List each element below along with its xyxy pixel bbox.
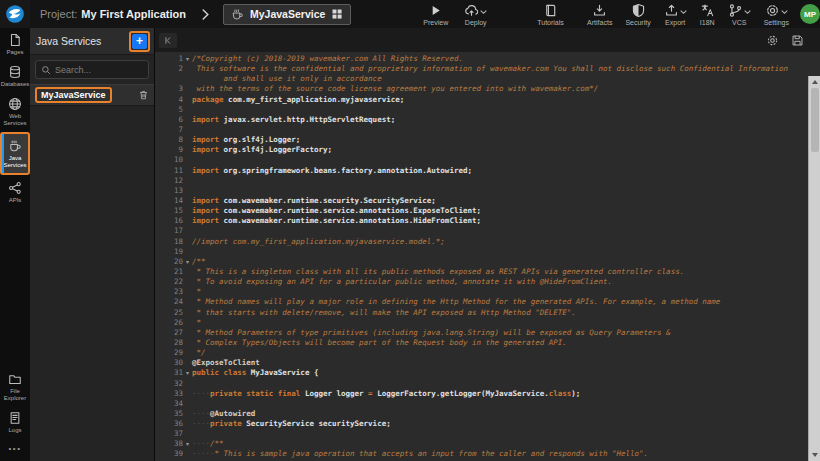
scroll-thumb[interactable] bbox=[811, 88, 819, 152]
sidebar-item-web-services[interactable]: Web Services bbox=[0, 92, 30, 131]
caret-down-icon bbox=[744, 10, 751, 15]
code-editor: 1▾/*Copyright (c) 2018-2019 wavemaker.co… bbox=[155, 28, 820, 461]
sidebar-item-file-explorer[interactable]: File Explorer bbox=[0, 367, 30, 406]
code-line[interactable]: 39·····* This is sample java operation t… bbox=[159, 449, 804, 459]
code-line[interactable]: 33····private static final Logger logger… bbox=[159, 389, 804, 399]
coffee-icon bbox=[8, 139, 22, 153]
sidebar-item-java-services[interactable]: Java Services bbox=[0, 132, 30, 175]
code-line[interactable]: 28 * Complex Types/Objects will become p… bbox=[159, 338, 804, 348]
action-export[interactable]: Export bbox=[664, 3, 687, 26]
caret-down-icon bbox=[480, 10, 487, 15]
code-line[interactable]: 36····private SecurityService securitySe… bbox=[159, 419, 804, 429]
code-text: */ bbox=[192, 348, 206, 358]
action-preview[interactable]: Preview bbox=[423, 3, 448, 26]
code-line[interactable]: 15import com.wavemaker.runtime.service.a… bbox=[159, 206, 804, 216]
fold-spacer bbox=[183, 176, 192, 186]
java-services-panel: Java Services + MyJavaService bbox=[30, 28, 155, 461]
fold-marker-icon[interactable]: ▾ bbox=[183, 257, 192, 267]
scroll-down-arrow[interactable] bbox=[812, 453, 818, 457]
code-line[interactable]: 14import com.wavemaker.runtime.security.… bbox=[159, 196, 804, 206]
service-search-box bbox=[35, 60, 149, 79]
code-line[interactable]: 11import org.springframework.beans.facto… bbox=[159, 166, 804, 176]
code-text: ·····* This is sample java operation tha… bbox=[192, 449, 648, 459]
code-line[interactable]: and shall use it only in accordance bbox=[159, 74, 804, 84]
code-line[interactable]: 20▾/** bbox=[159, 257, 804, 267]
code-line[interactable]: 35····@Autowired bbox=[159, 409, 804, 419]
code-line[interactable]: 13 bbox=[159, 186, 804, 196]
action-settings[interactable]: Settings bbox=[764, 3, 789, 26]
code-line[interactable]: 2 This software is the confidential and … bbox=[159, 64, 804, 74]
action-vcs[interactable]: VCS bbox=[728, 3, 751, 26]
code-line[interactable]: 3 with the terms of the source code lice… bbox=[159, 84, 804, 94]
code-line[interactable]: 21 * This is a singleton class with all … bbox=[159, 267, 804, 277]
code-token: import bbox=[192, 206, 219, 215]
code-line[interactable]: 17 bbox=[159, 226, 804, 236]
code-line[interactable]: 32 bbox=[159, 379, 804, 389]
code-line[interactable]: 19 bbox=[159, 247, 804, 257]
collapse-panel-button[interactable] bbox=[159, 33, 177, 48]
code-line[interactable]: 4package com.my_first_application.myjava… bbox=[159, 95, 804, 105]
sidebar-item-apis[interactable]: APIs bbox=[0, 176, 30, 208]
code-line[interactable]: 18//import com.my_first_application.myja… bbox=[159, 237, 804, 247]
line-number: 1 bbox=[159, 54, 183, 64]
sidebar-item-pages[interactable]: Pages bbox=[0, 28, 30, 60]
user-avatar[interactable]: MP bbox=[800, 4, 820, 24]
save-icon[interactable] bbox=[791, 34, 804, 47]
fold-marker-icon[interactable]: ▾ bbox=[183, 368, 192, 378]
code-line[interactable]: 29 */ bbox=[159, 348, 804, 358]
code-line[interactable]: 8import org.slf4j.Logger; bbox=[159, 135, 804, 145]
tab-myjavaservice[interactable]: MyJavaService bbox=[223, 4, 351, 25]
action-security[interactable]: Security bbox=[625, 3, 650, 26]
code-line[interactable]: 22 * To avoid exposing an API for a part… bbox=[159, 277, 804, 287]
cloud-upload-icon bbox=[464, 3, 479, 18]
code-line[interactable]: 7 bbox=[159, 125, 804, 135]
code-line[interactable]: 25 * that starts with delete/remove, wil… bbox=[159, 308, 804, 318]
code-line[interactable]: 9import org.slf4j.LoggerFactory; bbox=[159, 145, 804, 155]
code-line[interactable]: 6import javax.servlet.http.HttpServletRe… bbox=[159, 115, 804, 125]
service-name[interactable]: MyJavaService bbox=[35, 87, 112, 103]
code-line[interactable]: 27 * Method Parameters of type primitive… bbox=[159, 328, 804, 338]
action-artifacts[interactable]: Artifacts bbox=[587, 3, 612, 26]
fold-marker-icon[interactable]: ▾ bbox=[183, 439, 192, 449]
line-number: 7 bbox=[159, 125, 183, 135]
code-line[interactable]: 12 bbox=[159, 176, 804, 186]
sidebar-item-logs[interactable]: Logs bbox=[0, 406, 30, 438]
code-token: * bbox=[192, 287, 201, 296]
fold-spacer bbox=[183, 166, 192, 176]
code-token: ···· bbox=[192, 389, 210, 398]
code-line[interactable]: 34 bbox=[159, 399, 804, 409]
code-line[interactable]: 24 * Method names will play a major role… bbox=[159, 297, 804, 307]
service-list-item[interactable]: MyJavaService bbox=[30, 84, 154, 106]
fold-spacer bbox=[183, 105, 192, 115]
chevron-right-icon[interactable] bbox=[200, 8, 211, 21]
action-deploy[interactable]: Deploy bbox=[464, 3, 487, 26]
fold-spacer bbox=[183, 247, 192, 257]
sidebar-more-button[interactable]: ••• bbox=[0, 438, 30, 461]
code-line[interactable]: 26 * bbox=[159, 318, 804, 328]
code-token: * This is sample java operation that acc… bbox=[215, 449, 648, 458]
code-line[interactable]: 10 bbox=[159, 155, 804, 165]
action-tutorials[interactable]: Tutorials bbox=[537, 3, 564, 26]
code-line[interactable]: 23 * bbox=[159, 287, 804, 297]
vertical-scrollbar[interactable] bbox=[808, 76, 820, 461]
wavemaker-logo[interactable] bbox=[0, 0, 30, 28]
code-line[interactable]: 1▾/*Copyright (c) 2018-2019 wavemaker.co… bbox=[159, 54, 804, 64]
code-line[interactable]: 31▾public class MyJavaService { bbox=[159, 368, 804, 378]
fold-marker-icon[interactable]: ▾ bbox=[183, 54, 192, 64]
search-input[interactable] bbox=[55, 65, 139, 75]
editor-settings-gear-icon[interactable] bbox=[766, 34, 779, 47]
add-service-button[interactable]: + bbox=[132, 34, 147, 49]
action-i18n[interactable]: I18N bbox=[700, 3, 715, 26]
code-line[interactable]: 37 bbox=[159, 429, 804, 439]
trash-icon[interactable] bbox=[138, 89, 149, 101]
sidebar-item-databases[interactable]: Databases bbox=[0, 60, 30, 92]
grid-icon[interactable] bbox=[331, 8, 343, 20]
scroll-up-arrow[interactable] bbox=[812, 80, 818, 84]
code-line[interactable]: 30@ExposeToClient bbox=[159, 358, 804, 368]
code-line[interactable]: 16import com.wavemaker.runtime.service.a… bbox=[159, 216, 804, 226]
code-line[interactable]: 38▾····/** bbox=[159, 439, 804, 449]
code-text: import com.wavemaker.runtime.service.ann… bbox=[192, 216, 481, 226]
code-line[interactable]: 5 bbox=[159, 105, 804, 115]
line-number: 18 bbox=[159, 237, 183, 247]
caret-down-icon bbox=[680, 10, 687, 15]
